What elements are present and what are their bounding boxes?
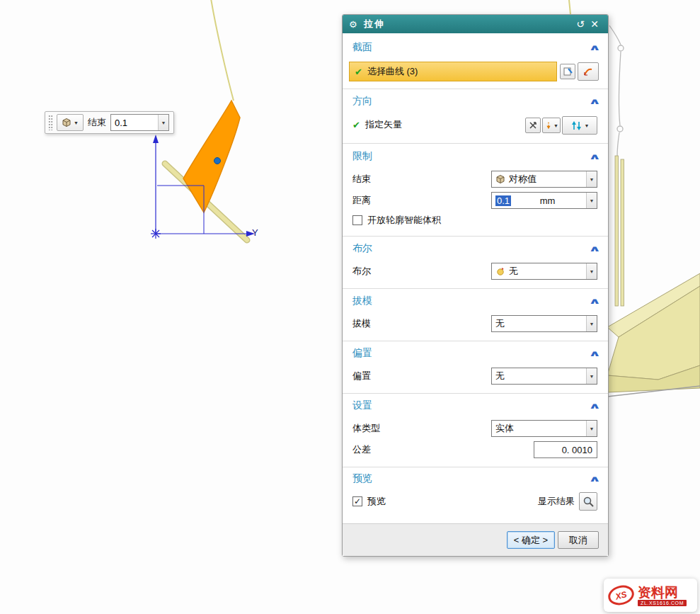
check-icon: ✔: [352, 120, 360, 130]
ok-button[interactable]: < 确定 >: [507, 531, 555, 549]
dialog-footer: < 确定 > 取消: [343, 523, 608, 556]
magnifier-icon: [583, 496, 595, 508]
screen: Y ▼ 结束 0.1 ▼ ⚙ 拉伸 ↺ ✕ 截面 ∧: [0, 0, 700, 614]
group-header-offset[interactable]: 偏置 ∧: [352, 346, 599, 360]
vector-type-button[interactable]: ▼: [542, 118, 561, 133]
distance-unit: mm: [540, 195, 556, 206]
tolerance-value: 0. 0010: [562, 445, 592, 455]
boolean-none-icon: [495, 266, 505, 276]
chevron-down-icon[interactable]: ▼: [586, 316, 597, 331]
sail-section[interactable]: [183, 101, 240, 212]
end-type-dropdown[interactable]: 对称值 ▼: [491, 171, 597, 188]
chevron-down-icon: ▼: [553, 123, 558, 128]
boolean-label: 布尔: [352, 265, 371, 278]
offset-row: 偏置 无 ▼: [352, 368, 597, 385]
group-header-limits[interactable]: 限制 ∧: [352, 149, 599, 164]
collapse-icon[interactable]: ∧: [589, 43, 602, 52]
chevron-down-icon[interactable]: ▼: [586, 193, 597, 208]
boolean-value: 无: [509, 265, 518, 278]
offset-dropdown[interactable]: 无 ▼: [491, 368, 597, 385]
collapse-icon[interactable]: ∧: [589, 152, 602, 161]
section-point-handle[interactable]: [214, 158, 221, 164]
tolerance-row: 公差 0. 0010: [352, 441, 597, 458]
cancel-button[interactable]: 取消: [558, 531, 599, 549]
collapse-icon[interactable]: ∧: [589, 97, 602, 106]
cube-icon: [62, 118, 71, 127]
end-value: 对称值: [509, 173, 537, 186]
group-header-boolean[interactable]: 布尔 ∧: [352, 241, 599, 256]
tolerance-input[interactable]: 0. 0010: [534, 441, 597, 458]
chevron-down-icon[interactable]: ▼: [586, 171, 597, 187]
reverse-direction-icon: [570, 120, 583, 131]
show-result-label: 显示结果: [538, 495, 575, 508]
chevron-down-icon[interactable]: ▼: [158, 115, 168, 130]
boolean-dropdown[interactable]: 无 ▼: [491, 263, 597, 280]
separator: [343, 236, 608, 237]
collapse-icon[interactable]: ∧: [589, 402, 602, 411]
collapse-icon[interactable]: ∧: [589, 297, 602, 306]
distance-value[interactable]: 0.1: [495, 195, 511, 206]
distance-label: 距离: [352, 194, 371, 207]
end-type-button[interactable]: ▼: [57, 114, 84, 131]
separator: [343, 143, 608, 144]
mast-curve-line[interactable]: [211, 0, 234, 101]
group-header-direction[interactable]: 方向 ∧: [352, 94, 599, 108]
select-curve-field[interactable]: ✔ 选择曲线 (3): [349, 62, 557, 81]
curve-icon: [583, 67, 594, 77]
body-type-dropdown[interactable]: 实体 ▼: [491, 420, 597, 437]
dialog-title: 拉伸: [364, 18, 385, 30]
floating-distance-toolbar: ▼ 结束 0.1 ▼: [45, 111, 174, 134]
body-type-label: 体类型: [352, 422, 380, 435]
draft-label: 拔模: [352, 317, 371, 330]
watermark-url: ZL.XS1616.COM: [638, 600, 687, 606]
group-header-section[interactable]: 截面 ∧: [352, 40, 599, 55]
reverse-direction-button[interactable]: ▼: [562, 116, 597, 135]
group-header-draft[interactable]: 拔模 ∧: [352, 294, 599, 308]
chevron-down-icon[interactable]: ▼: [586, 421, 597, 436]
rigging-wires: [609, 25, 624, 157]
sketch-section-button[interactable]: [560, 64, 575, 79]
offset-label: 偏置: [352, 370, 371, 382]
collapse-icon[interactable]: ∧: [589, 349, 602, 358]
distance-input[interactable]: 0.1 mm ▼: [491, 192, 597, 209]
extrude-dialog: ⚙ 拉伸 ↺ ✕ 截面 ∧ ✔ 选择曲线 (3): [342, 14, 609, 557]
direction-row: ✔ 指定矢量 ▼: [343, 115, 608, 135]
mini-end-label: 结束: [88, 116, 106, 129]
boolean-row: 布尔 无 ▼: [352, 263, 597, 280]
group-header-settings[interactable]: 设置 ∧: [352, 399, 599, 413]
body-type-row: 体类型 实体 ▼: [352, 420, 597, 437]
open-profile-label: 开放轮廓智能体积: [367, 214, 441, 227]
end-row: 结束 对称值 ▼: [352, 171, 597, 188]
chevron-down-icon: ▼: [74, 120, 79, 125]
close-button[interactable]: ✕: [587, 18, 602, 30]
chevron-down-icon[interactable]: ▼: [586, 263, 597, 279]
end-label: 结束: [352, 173, 371, 186]
separator: [343, 288, 608, 289]
mini-distance-input[interactable]: 0.1 ▼: [110, 114, 169, 131]
right-masts[interactable]: [615, 156, 624, 306]
show-result-button[interactable]: [579, 492, 597, 511]
open-profile-checkbox[interactable]: [352, 215, 362, 225]
gear-icon[interactable]: ⚙: [349, 19, 357, 30]
curve-section-button[interactable]: [578, 62, 599, 81]
cube-icon: [495, 174, 505, 184]
tolerance-label: 公差: [352, 443, 371, 456]
chevron-down-icon[interactable]: ▼: [586, 368, 597, 384]
sketch-icon: [563, 67, 573, 76]
reset-button[interactable]: ↺: [573, 18, 587, 30]
draft-dropdown[interactable]: 无 ▼: [491, 315, 597, 332]
separator: [343, 89, 608, 89]
collapse-icon[interactable]: ∧: [589, 244, 602, 254]
preview-row: ✓ 预览 显示结果: [352, 492, 597, 511]
separator: [343, 341, 608, 341]
collapse-icon[interactable]: ∧: [589, 474, 602, 484]
select-curve-label: 选择曲线 (3): [367, 65, 418, 78]
mast-line-top-right[interactable]: [569, 0, 570, 14]
dialog-titlebar[interactable]: ⚙ 拉伸 ↺ ✕: [343, 15, 608, 33]
preview-checkbox[interactable]: ✓: [352, 496, 362, 506]
group-header-preview[interactable]: 预览 ∧: [352, 472, 599, 486]
drag-handle[interactable]: [48, 115, 53, 130]
origin-marker[interactable]: [151, 229, 161, 239]
vector-dialog-button[interactable]: [525, 118, 541, 133]
preview-label: 预览: [367, 495, 386, 508]
